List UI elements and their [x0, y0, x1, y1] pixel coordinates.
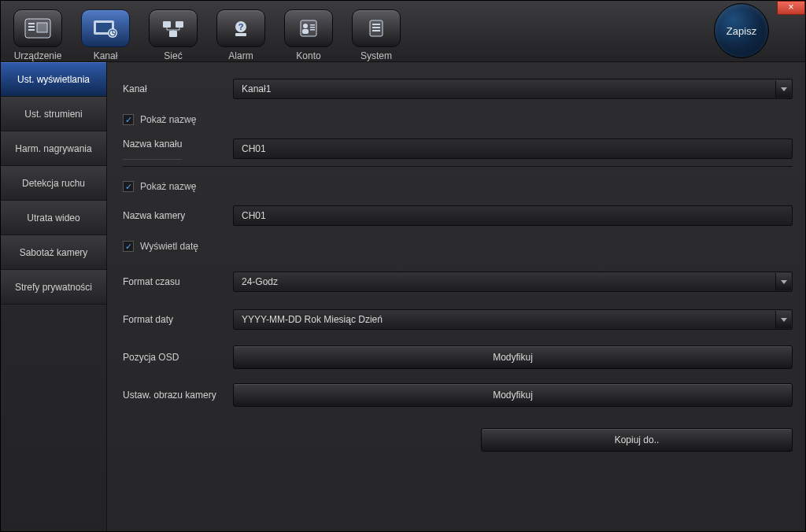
sidebar-item-tamper[interactable]: Sabotaż kamery: [1, 235, 106, 270]
copy-to-button[interactable]: Kopiuj do..: [481, 428, 793, 452]
time-format-label: Format czasu: [123, 276, 233, 287]
top-tab-label: Kanał: [73, 50, 138, 61]
sidebar-item-privacy-zones[interactable]: Strefy prywatności: [1, 270, 106, 305]
top-tab-alarm[interactable]: ? Alarm: [209, 9, 273, 61]
show-name-1-label: Pokaż nazwę: [140, 114, 196, 125]
account-icon: [284, 9, 333, 47]
svg-rect-2: [28, 26, 35, 28]
image-settings-label: Ustaw. obrazu kamery: [123, 390, 233, 401]
network-icon: [149, 9, 198, 47]
chevron-down-icon: [775, 311, 791, 328]
chevron-down-icon: [775, 80, 791, 98]
camera-name-input[interactable]: CH01: [233, 205, 793, 226]
top-tab-system[interactable]: System: [344, 9, 409, 61]
time-format-select[interactable]: 24-Godz: [233, 272, 793, 292]
channel-name-input[interactable]: CH01: [233, 139, 793, 159]
top-tab-channel[interactable]: Kanał: [73, 9, 138, 61]
svg-text:?: ?: [238, 22, 244, 31]
top-tab-label: System: [344, 50, 409, 61]
alarm-icon: ?: [216, 9, 265, 47]
sidebar: Ust. wyświetlania Ust. strumieni Harm. n…: [1, 62, 107, 531]
sidebar-item-motion-detection[interactable]: Detekcja ruchu: [1, 166, 106, 201]
osd-position-modify-button[interactable]: Modyfikuj: [233, 345, 793, 369]
svg-rect-14: [301, 20, 316, 36]
chevron-down-icon: [775, 273, 791, 290]
svg-rect-18: [310, 27, 315, 28]
channel-select[interactable]: Kanał1: [233, 79, 793, 99]
top-toolbar: Urządzenie Kanał Sieć ? Alarm Konto: [1, 1, 805, 62]
svg-rect-19: [310, 29, 315, 31]
top-tab-label: Sieć: [141, 50, 205, 61]
top-tab-label: Alarm: [209, 50, 273, 61]
main-panel: Kanał Kanał1 Pokaż nazwę Nazwa kanału CH…: [107, 62, 805, 531]
top-tab-label: Konto: [276, 50, 341, 61]
svg-point-15: [303, 24, 308, 28]
date-format-value: YYYY-MM-DD Rok Miesiąc Dzień: [242, 314, 383, 325]
image-settings-modify-button[interactable]: Modyfikuj: [233, 383, 793, 407]
show-date-checkbox[interactable]: [123, 241, 134, 252]
body: Ust. wyświetlania Ust. strumieni Harm. n…: [1, 62, 805, 531]
show-date-label: Wyświetl datę: [140, 241, 198, 252]
svg-rect-3: [28, 29, 35, 31]
save-button[interactable]: Zapisz: [714, 3, 769, 58]
svg-rect-9: [176, 21, 183, 28]
sidebar-item-video-loss[interactable]: Utrata wideo: [1, 201, 106, 235]
channel-name-label: Nazwa kanału: [123, 139, 233, 160]
sidebar-item-display-settings[interactable]: Ust. wyświetlania: [1, 62, 106, 97]
channel-label: Kanał: [123, 83, 233, 94]
sidebar-item-record-schedule[interactable]: Harm. nagrywania: [1, 131, 106, 166]
camera-name-label: Nazwa kamery: [123, 210, 233, 221]
svg-rect-23: [372, 30, 380, 31]
top-tab-account[interactable]: Konto: [276, 9, 341, 61]
channel-name-value: CH01: [242, 143, 266, 154]
show-name-2-checkbox[interactable]: [123, 181, 134, 192]
divider: [123, 166, 793, 167]
window-close-button[interactable]: ×: [777, 1, 805, 15]
show-name-1-checkbox[interactable]: [123, 114, 134, 125]
osd-position-label: Pozycja OSD: [123, 352, 233, 363]
svg-rect-21: [372, 24, 380, 25]
sidebar-item-stream-settings[interactable]: Ust. strumieni: [1, 97, 106, 131]
top-tab-network[interactable]: Sieć: [141, 9, 205, 61]
date-format-label: Format daty: [123, 314, 233, 325]
svg-rect-17: [310, 24, 315, 26]
svg-rect-13: [235, 33, 246, 36]
svg-rect-16: [302, 29, 309, 34]
show-name-2-label: Pokaż nazwę: [140, 181, 196, 192]
svg-rect-8: [163, 21, 171, 28]
device-icon: [13, 9, 62, 47]
top-tab-label: Urządzenie: [6, 50, 70, 61]
top-tab-device[interactable]: Urządzenie: [6, 9, 70, 61]
svg-rect-4: [37, 23, 47, 32]
date-format-select[interactable]: YYYY-MM-DD Rok Miesiąc Dzień: [233, 309, 793, 330]
channel-icon: [81, 9, 130, 47]
channel-select-value: Kanał1: [242, 83, 271, 94]
svg-rect-1: [28, 23, 35, 24]
system-icon: [352, 9, 401, 47]
svg-rect-22: [372, 27, 380, 28]
time-format-value: 24-Godz: [242, 276, 278, 287]
app-window: × Urządzenie Kanał Sieć ? Alarm: [0, 0, 806, 532]
svg-rect-10: [169, 31, 177, 37]
camera-name-value: CH01: [242, 210, 266, 221]
